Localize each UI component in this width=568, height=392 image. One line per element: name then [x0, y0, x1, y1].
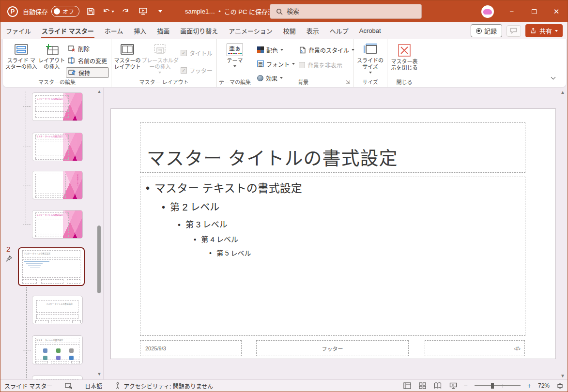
display-settings-button[interactable] — [65, 383, 72, 389]
group-label-close: 閉じる — [387, 78, 421, 86]
zoom-slider[interactable] — [475, 385, 521, 386]
maximize-button[interactable] — [523, 0, 545, 22]
delete-button[interactable]: 削除 — [66, 43, 109, 54]
slideshow-view-button[interactable] — [449, 382, 457, 389]
bullet-level-5[interactable]: 第 5 レベル — [209, 248, 302, 257]
rename-button[interactable]: 名前の変更 — [66, 55, 109, 66]
slide-number-text: ‹#› — [514, 346, 521, 351]
layout-thumbnail-title[interactable]: マスター タイトルの書式設定 — [32, 296, 83, 324]
tab-home[interactable]: ホーム — [99, 22, 129, 39]
tab-draw[interactable]: 描画 — [152, 22, 175, 39]
tree-connector — [23, 106, 31, 107]
accessibility-icon — [115, 382, 121, 389]
save-button[interactable] — [84, 5, 97, 18]
master-layout-label: マスターのレイアウト — [113, 58, 141, 70]
undo-button[interactable] — [102, 5, 114, 18]
collapse-ribbon-button[interactable] — [549, 74, 557, 82]
account-avatar[interactable] — [481, 5, 494, 18]
fit-to-window-button[interactable] — [556, 382, 564, 390]
themes-button[interactable]: 亜ぁ テーマ — [219, 42, 250, 78]
search-icon — [276, 8, 283, 15]
canvas-scroll-down-arrow[interactable]: ▼ — [560, 373, 565, 378]
date-placeholder[interactable]: 2025/9/3 — [140, 340, 242, 356]
language-indicator[interactable]: 日本語 — [85, 382, 102, 390]
zoom-out-button[interactable]: − — [464, 382, 468, 390]
share-button[interactable]: 共有 — [525, 24, 563, 37]
redo-button[interactable] — [119, 5, 132, 18]
zoom-in-button[interactable]: + — [527, 382, 531, 390]
background-dialog-launcher-icon[interactable]: ⇲ — [346, 80, 352, 86]
master-title-text[interactable]: マスター タイトルの書式設定 — [147, 143, 398, 170]
insert-layout-button[interactable]: レイアウトの挿入 — [38, 42, 66, 78]
insert-slide-master-button[interactable]: スライド マスターの挿入 — [5, 42, 38, 78]
normal-view-button[interactable] — [403, 382, 411, 389]
thumbnail-title-text: マスター タイトルの書式設定 — [76, 174, 79, 186]
tab-animations[interactable]: アニメーション — [223, 22, 277, 39]
minimize-button[interactable]: − — [501, 0, 523, 22]
insert-layout-label: レイアウトの挿入 — [38, 58, 66, 70]
panel-scroll-up-arrow[interactable]: ▲ — [96, 90, 102, 94]
slide-size-button[interactable]: スライドのサイズ — [355, 42, 385, 78]
quick-access-more-button[interactable] — [154, 5, 167, 18]
colors-button[interactable]: 配色 — [255, 45, 297, 55]
group-edit-master: スライド マスターの挿入 レイアウトの挿入 削除 名前の変更 保持 — [3, 39, 111, 87]
layout-thumbnail-4[interactable]: マスター タイトルの書式設定 — [32, 210, 83, 239]
preserve-button[interactable]: 保持 — [66, 67, 109, 78]
autosave-label: 自動保存 — [23, 7, 48, 16]
zoom-level[interactable]: 72% — [538, 382, 550, 389]
canvas-scroll-up-arrow[interactable]: ▲ — [560, 90, 565, 95]
slide-editing-canvas[interactable]: マスター タイトルの書式設定 マスター テキストの書式設定 第 2 レベル 第 … — [110, 108, 556, 359]
reading-view-button[interactable] — [434, 382, 442, 389]
toggle-knob-icon — [54, 8, 60, 15]
tab-slide-master[interactable]: スライド マスター — [36, 22, 99, 39]
bullet-level-4[interactable]: 第 4 レベル — [194, 234, 302, 244]
bullet-level-3[interactable]: 第 3 レベル — [178, 218, 302, 230]
group-label-size: サイズ — [353, 78, 387, 86]
master-layout-button[interactable]: マスターのレイアウト — [113, 42, 141, 78]
tab-transitions[interactable]: 画面切り替え — [175, 22, 223, 39]
document-title[interactable]: sample1… — [185, 8, 215, 15]
undo-dropdown-icon[interactable] — [111, 11, 114, 13]
tab-view[interactable]: 表示 — [301, 22, 324, 39]
tab-review[interactable]: 校閲 — [278, 22, 301, 39]
layout-thumbnail-1[interactable]: マスター タイトルの書式設定 — [32, 92, 83, 121]
accessibility-status[interactable]: アクセシビリティ: 問題ありません — [115, 382, 213, 390]
footer-checkbox-label: フッター — [189, 66, 213, 75]
tab-file[interactable]: ファイル — [0, 22, 36, 39]
layout-thumbnail-content[interactable]: マスター タイトルの書式設定 — [32, 335, 83, 364]
comments-button[interactable] — [507, 25, 521, 37]
thumbnail-title-text: マスター タイトルの書式設定 — [36, 213, 63, 216]
bullet-level-1[interactable]: マスター テキストの書式設定 — [146, 179, 302, 196]
slide-sorter-view-button[interactable] — [419, 382, 426, 389]
thumbnail-title-text: マスター タイトルの書式設定 — [39, 302, 79, 305]
autosave-control[interactable]: 自動保存 オフ — [23, 6, 79, 17]
powerpoint-app-icon[interactable]: P — [7, 6, 18, 17]
insert-placeholder-icon — [153, 44, 167, 56]
slide-master-thumbnail-selected[interactable]: マスター タイトルの書式設定 — [18, 247, 85, 286]
slide-number-placeholder[interactable]: ‹#› — [425, 340, 525, 356]
panel-scroll-down-arrow[interactable]: ▼ — [96, 372, 102, 377]
footer-placeholder[interactable]: フッター — [256, 340, 409, 356]
bullet-level-2[interactable]: 第 2 レベル — [162, 199, 302, 213]
close-master-view-button[interactable]: マスター表示を閉じる — [389, 42, 419, 78]
fonts-button[interactable]: 亜 フォント — [255, 59, 297, 69]
zoom-slider-thumb[interactable] — [491, 383, 494, 389]
tab-insert[interactable]: 挿入 — [128, 22, 152, 39]
search-input[interactable] — [287, 8, 403, 15]
tab-help[interactable]: ヘルプ — [324, 22, 354, 39]
layout-thumbnail-2[interactable]: マスター タイトルの書式設定 — [32, 133, 83, 161]
footer-text: フッター — [322, 345, 343, 352]
master-body-text[interactable]: マスター テキストの書式設定 第 2 レベル 第 3 レベル 第 4 レベル 第… — [146, 178, 302, 257]
autosave-toggle[interactable]: オフ — [51, 6, 79, 17]
panel-scrollbar-thumb[interactable] — [97, 226, 101, 293]
record-button[interactable]: 記録 — [471, 24, 502, 37]
background-styles-button[interactable]: 背景のスタイル — [297, 45, 356, 55]
start-slideshow-button[interactable] — [137, 5, 149, 18]
close-master-label: マスター表示を閉じる — [389, 59, 419, 71]
layout-thumbnail-3[interactable]: マスター タイトルの書式設定 — [32, 171, 83, 199]
tree-connector — [23, 185, 31, 185]
tab-acrobat[interactable]: Acrobat — [354, 22, 386, 39]
search-box[interactable] — [270, 4, 422, 19]
close-button[interactable]: ✕ — [545, 0, 568, 22]
autosave-state-label: オフ — [62, 7, 74, 15]
